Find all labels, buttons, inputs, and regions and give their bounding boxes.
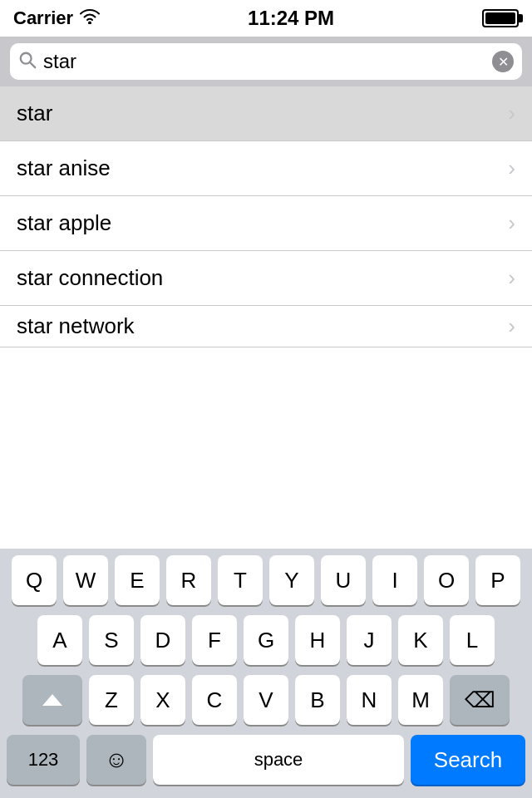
- key-i[interactable]: I: [372, 555, 417, 605]
- chevron-icon: ›: [508, 210, 515, 236]
- key-g[interactable]: G: [244, 615, 288, 665]
- key-w[interactable]: W: [63, 555, 108, 605]
- space-key[interactable]: space: [153, 735, 404, 785]
- key-z[interactable]: Z: [89, 675, 134, 725]
- shift-key[interactable]: [22, 675, 82, 725]
- keyboard-bottom-row: 123 ☺ space Search: [0, 728, 532, 798]
- key-u[interactable]: U: [321, 555, 366, 605]
- suggestion-item-partial[interactable]: star network ›: [0, 306, 532, 347]
- search-input[interactable]: [43, 50, 485, 73]
- chevron-icon: ›: [508, 155, 515, 181]
- key-o[interactable]: O: [424, 555, 469, 605]
- shift-icon: [42, 694, 62, 706]
- key-r[interactable]: R: [166, 555, 211, 605]
- content-area: ✕ star › star anise › star apple › star …: [0, 37, 532, 798]
- chevron-icon: ›: [508, 101, 515, 126]
- key-x[interactable]: X: [140, 675, 185, 725]
- wifi-icon: [80, 7, 100, 29]
- key-j[interactable]: J: [347, 615, 392, 665]
- key-n[interactable]: N: [347, 675, 392, 725]
- key-e[interactable]: E: [115, 555, 160, 605]
- key-k[interactable]: K: [398, 615, 443, 665]
- key-y[interactable]: Y: [269, 555, 314, 605]
- keyboard-row-3: Z X C V B N M ⌫: [0, 668, 532, 728]
- suggestion-item[interactable]: star ›: [0, 86, 532, 141]
- key-m[interactable]: M: [398, 675, 443, 725]
- key-a[interactable]: A: [37, 615, 82, 665]
- backspace-icon: ⌫: [465, 687, 495, 713]
- chevron-icon: ›: [508, 313, 515, 339]
- suggestion-item[interactable]: star apple ›: [0, 196, 532, 251]
- key-h[interactable]: H: [295, 615, 340, 665]
- numbers-key[interactable]: 123: [7, 735, 80, 785]
- backspace-key[interactable]: ⌫: [450, 675, 510, 725]
- keyboard-row-1: Q W E R T Y U I O P: [0, 549, 532, 608]
- search-button[interactable]: Search: [411, 735, 525, 785]
- keyboard: Q W E R T Y U I O P A S D F G H J K L: [0, 549, 532, 798]
- status-time: 11:24 PM: [248, 7, 334, 30]
- emoji-icon: ☺: [105, 746, 129, 773]
- battery-icon: [482, 9, 519, 27]
- clear-button[interactable]: ✕: [492, 51, 514, 72]
- status-left: Carrier: [13, 7, 100, 29]
- chevron-icon: ›: [508, 265, 515, 291]
- search-input-wrapper: ✕: [10, 43, 522, 80]
- key-b[interactable]: B: [295, 675, 340, 725]
- carrier-label: Carrier: [13, 7, 73, 29]
- key-c[interactable]: C: [192, 675, 237, 725]
- key-q[interactable]: Q: [12, 555, 57, 605]
- emoji-key[interactable]: ☺: [86, 735, 146, 785]
- key-p[interactable]: P: [475, 555, 520, 605]
- status-bar: Carrier 11:24 PM: [0, 0, 532, 37]
- svg-line-1: [30, 62, 35, 67]
- search-icon: [18, 51, 37, 72]
- suggestion-item[interactable]: star connection ›: [0, 251, 532, 306]
- keyboard-row-2: A S D F G H J K L: [0, 608, 532, 668]
- battery-container: [482, 9, 519, 27]
- key-s[interactable]: S: [89, 615, 134, 665]
- search-bar: ✕: [0, 37, 532, 86]
- key-l[interactable]: L: [450, 615, 495, 665]
- key-v[interactable]: V: [244, 675, 288, 725]
- key-f[interactable]: F: [192, 615, 237, 665]
- key-d[interactable]: D: [140, 615, 185, 665]
- suggestion-item[interactable]: star anise ›: [0, 141, 532, 196]
- key-t[interactable]: T: [218, 555, 263, 605]
